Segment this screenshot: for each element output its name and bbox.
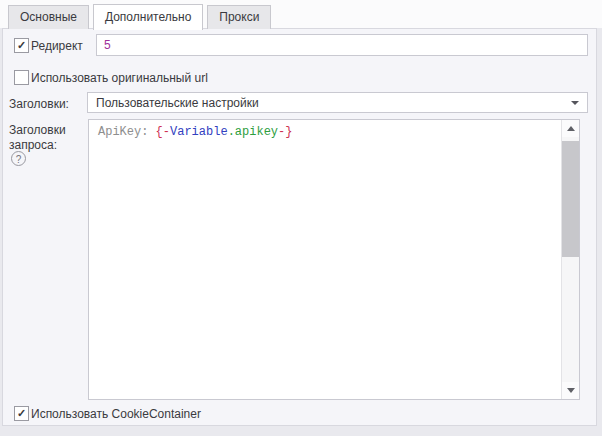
- tab-basic-label: Основные: [20, 10, 77, 24]
- redirect-checkbox[interactable]: ✓: [14, 38, 29, 53]
- scrollbar-thumb[interactable]: [562, 141, 579, 257]
- tab-proxy-label: Прокси: [219, 10, 259, 24]
- request-headers-editor[interactable]: ApiKey: {-Variable.apikey-}: [88, 119, 580, 400]
- advanced-tab-panel: ✓ Редирект ✓ Использовать оригинальный u…: [2, 28, 597, 426]
- request-headers-code-line: ApiKey: {-Variable.apikey-}: [98, 125, 292, 139]
- redirect-count-input[interactable]: [96, 34, 588, 56]
- request-headers-label: Заголовки запроса:: [9, 123, 83, 153]
- help-icon[interactable]: ?: [11, 151, 26, 166]
- http-request-settings-dialog: Основные Дополнительно Прокси ✓ Редирект…: [0, 0, 602, 436]
- triangle-up-icon: [567, 126, 575, 131]
- use-original-url-label: Использовать оригинальный url: [31, 71, 208, 85]
- triangle-down-icon: [567, 388, 575, 393]
- scroll-up-button[interactable]: [562, 120, 579, 137]
- headers-label: Заголовки:: [9, 97, 69, 111]
- use-cookie-container-label: Использовать CookieContainer: [31, 407, 201, 421]
- tab-bar: Основные Дополнительно Прокси: [0, 0, 602, 28]
- checkmark-icon: ✓: [17, 408, 26, 419]
- checkmark-icon: ✓: [17, 40, 26, 51]
- headers-selected-option: Пользовательские настройки: [88, 96, 571, 110]
- redirect-label: Редирект: [31, 39, 83, 53]
- scroll-down-button[interactable]: [562, 382, 579, 399]
- tab-advanced[interactable]: Дополнительно: [93, 4, 203, 30]
- tab-basic[interactable]: Основные: [8, 5, 89, 29]
- chevron-down-icon: [571, 101, 579, 105]
- use-original-url-checkbox[interactable]: ✓: [14, 70, 29, 85]
- headers-select[interactable]: Пользовательские настройки: [87, 92, 588, 113]
- vertical-scrollbar[interactable]: [561, 120, 579, 399]
- use-cookie-container-checkbox[interactable]: ✓: [14, 406, 29, 421]
- question-mark-glyph: ?: [16, 154, 22, 165]
- tab-proxy[interactable]: Прокси: [207, 5, 271, 29]
- tab-advanced-label: Дополнительно: [105, 10, 191, 24]
- tab-list: Основные Дополнительно Прокси: [8, 4, 271, 29]
